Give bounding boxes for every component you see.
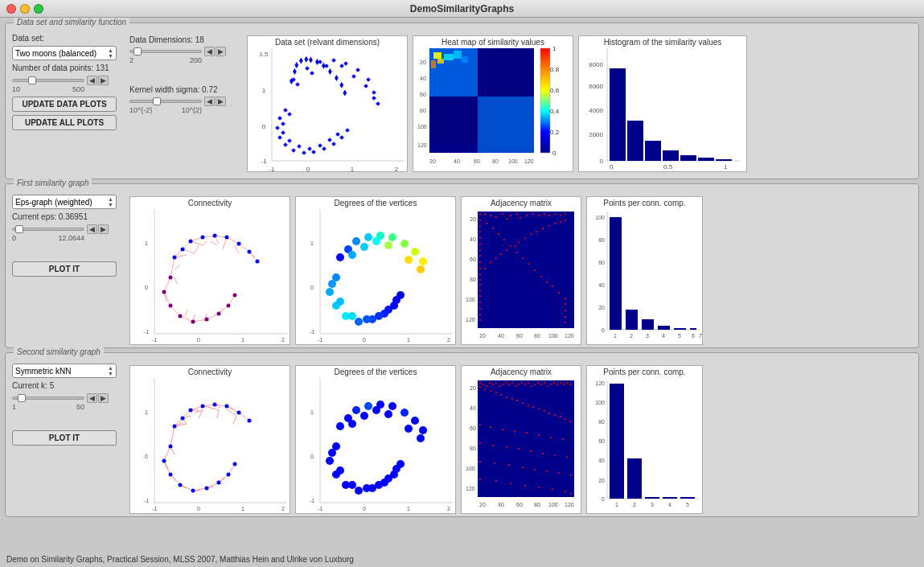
svg-point-405: [328, 449, 336, 457]
svg-rect-459: [569, 421, 571, 422]
svg-rect-441: [569, 384, 571, 385]
svg-text:40: 40: [498, 333, 504, 339]
svg-rect-253: [506, 249, 507, 251]
kernel-slider-right[interactable]: ▶: [216, 97, 226, 106]
dim-slider-thumb[interactable]: [133, 47, 142, 55]
svg-point-182: [400, 240, 409, 248]
svg-point-387: [400, 409, 409, 417]
svg-text:0: 0: [310, 454, 314, 459]
svg-rect-296: [610, 217, 622, 330]
svg-line-143: [211, 241, 217, 245]
svg-point-200: [328, 280, 336, 288]
svg-rect-255: [479, 273, 481, 275]
points-slider-track[interactable]: [12, 79, 84, 82]
svg-rect-270: [479, 308, 481, 310]
kernel-slider-left[interactable]: ◀: [204, 97, 215, 106]
eps-slider-thumb[interactable]: [15, 225, 23, 233]
dim-label: Data Dimensions: 18: [129, 35, 242, 44]
k-slider-left[interactable]: ◀: [87, 393, 97, 403]
svg-point-365: [169, 473, 173, 477]
svg-point-205: [384, 306, 392, 314]
dim-slider-track[interactable]: [129, 50, 202, 53]
graph-type-select[interactable]: Eps-graph (weighted) ▲▼: [12, 195, 117, 209]
svg-text:40: 40: [454, 158, 460, 164]
svg-text:20: 20: [479, 502, 486, 507]
svg-rect-68: [454, 51, 462, 59]
svg-point-164: [217, 312, 221, 316]
points-slider-nav[interactable]: ◀ ▶: [87, 76, 109, 85]
svg-text:2: 2: [447, 337, 450, 343]
dim-slider-left[interactable]: ◀: [204, 47, 215, 56]
svg-rect-252: [534, 269, 536, 271]
close-button[interactable]: [6, 4, 16, 14]
svg-text:0: 0: [197, 337, 200, 343]
svg-rect-209: [484, 213, 486, 215]
svg-rect-43: [291, 148, 296, 153]
svg-text:120: 120: [466, 486, 475, 491]
dataset-select[interactable]: Two moons (balanced) ▲▼: [12, 46, 117, 60]
svg-point-194: [348, 251, 356, 259]
eps-slider-right[interactable]: ▶: [98, 224, 109, 234]
kernel-slider-track[interactable]: [129, 100, 202, 103]
scatter-points: [275, 56, 380, 155]
svg-rect-35: [351, 74, 356, 79]
svg-text:80: 80: [598, 237, 605, 243]
window-title: DemoSimilarityGraphs: [410, 3, 514, 14]
points-slider-right[interactable]: ▶: [98, 76, 109, 85]
panel-second-graph: Second similarity graph Symmetric kNN ▲▼…: [5, 352, 919, 517]
points-slider-left[interactable]: ◀: [87, 76, 97, 85]
panel1-controls: Data set: Two moons (balanced) ▲▼ Number…: [12, 34, 125, 130]
points-slider-thumb[interactable]: [28, 76, 36, 84]
svg-point-183: [411, 248, 419, 256]
panel3-plot-button[interactable]: PLOT IT: [12, 430, 117, 446]
window-controls[interactable]: [6, 4, 43, 14]
svg-rect-446: [500, 394, 502, 396]
panel3-degrees-plot: Degrees of the vertices -1 0 1 2 -1 0 1: [295, 365, 456, 514]
svg-rect-241: [516, 252, 518, 253]
svg-line-120: [227, 237, 239, 244]
eps-slider-left[interactable]: ◀: [87, 224, 97, 234]
k-slider-right[interactable]: ▶: [98, 393, 109, 403]
dim-slider-right[interactable]: ▶: [216, 47, 226, 56]
svg-rect-44: [302, 150, 306, 155]
svg-text:0: 0: [306, 166, 310, 172]
k-slider-thumb[interactable]: [18, 394, 26, 402]
svg-text:20: 20: [598, 305, 605, 310]
update-data-plots-button[interactable]: UPDATE DATA PLOTS: [12, 97, 117, 112]
svg-text:40: 40: [598, 282, 605, 288]
svg-rect-216: [510, 215, 511, 216]
maximize-button[interactable]: [34, 4, 43, 14]
svg-text:120: 120: [524, 158, 534, 164]
svg-point-369: [217, 481, 221, 485]
svg-text:3: 3: [646, 333, 649, 339]
panel2-plot-button[interactable]: PLOT IT: [12, 261, 117, 277]
svg-rect-458: [565, 418, 566, 420]
graph-type2-select[interactable]: Symmetric kNN ▲▼: [12, 364, 117, 378]
svg-text:0: 0: [145, 454, 148, 459]
k-slider-track[interactable]: [12, 396, 84, 400]
svg-text:60: 60: [474, 158, 480, 164]
svg-rect-212: [502, 213, 503, 215]
svg-point-178: [352, 237, 360, 245]
svg-point-163: [205, 318, 209, 322]
kernel-slider-nav[interactable]: ◀ ▶: [204, 97, 226, 106]
svg-text:0: 0: [363, 337, 366, 343]
svg-point-357: [189, 409, 193, 413]
svg-rect-232: [503, 239, 505, 240]
eps-slider-nav[interactable]: ◀ ▶: [87, 224, 109, 234]
svg-text:100: 100: [548, 502, 558, 507]
update-all-plots-button[interactable]: UPDATE ALL PLOTS: [12, 115, 117, 130]
svg-rect-37: [372, 96, 376, 101]
svg-text:6000: 6000: [589, 83, 603, 90]
svg-rect-215: [506, 218, 507, 220]
kernel-slider-thumb[interactable]: [153, 97, 161, 105]
svg-rect-426: [521, 382, 523, 384]
svg-text:80: 80: [470, 446, 476, 451]
k-slider-nav[interactable]: ◀ ▶: [87, 393, 109, 403]
dim-slider-nav[interactable]: ◀ ▶: [204, 47, 226, 56]
minimize-button[interactable]: [20, 4, 30, 14]
main-content: Data set and similarity function Data se…: [0, 18, 924, 551]
svg-point-150: [181, 248, 185, 252]
heatmap-plot: Heat map of similarity values: [413, 35, 573, 172]
eps-slider-track[interactable]: [12, 228, 84, 231]
